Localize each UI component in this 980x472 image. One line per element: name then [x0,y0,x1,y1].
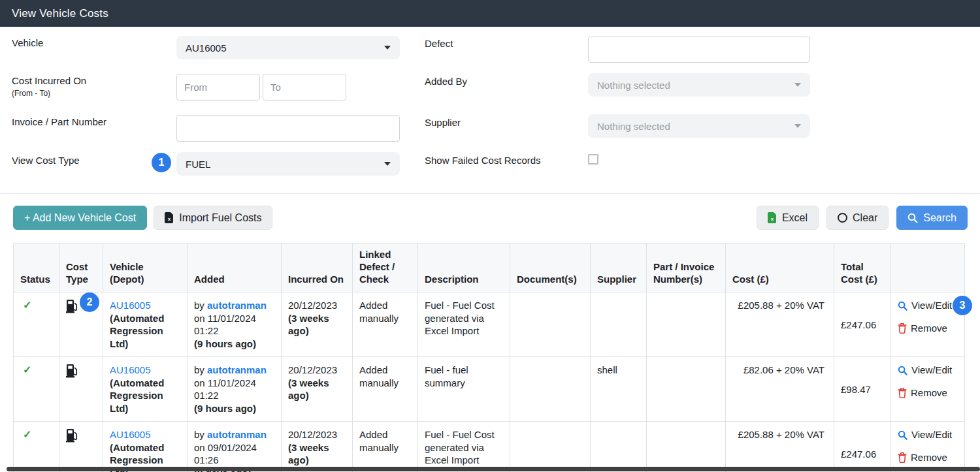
page-title: View Vehicle Costs [12,7,108,20]
view-edit-action[interactable]: View/Edit [898,299,958,312]
added-by-prefix: by [194,300,204,311]
view-edit-action[interactable]: View/Edit [898,428,958,441]
documents-cell [510,292,591,357]
supplier-cell [591,422,647,472]
supplier-select-value: Nothing selected [597,121,670,132]
column-header-vehicle-depot: Vehicle (Depot) [103,244,188,292]
incurred-on-cell: 20/12/2023 (3 weeks ago) [282,357,353,422]
description-cell: Fuel - Fuel Cost generated via Excel Imp… [418,422,510,472]
vehicle-link[interactable]: AU16005 [110,300,151,311]
view-edit-label: View/Edit [911,364,952,377]
remove-trash-icon [898,388,907,398]
cost-incurred-sublabel: (From - To) [12,89,50,98]
table-row: ✓ AU16005 (Automated Regression Ltd) by … [14,422,965,472]
added-by-user-link[interactable]: autotranman [207,429,267,440]
toolbar: + Add New Vehicle Cost x Import Fuel Cos… [13,206,968,230]
clear-button-label: Clear [853,212,877,224]
status-check-icon: ✓ [23,364,31,375]
added-by-prefix: by [194,364,204,375]
remove-action[interactable]: Remove [898,451,958,464]
remove-trash-icon [898,323,907,334]
view-cost-type-select[interactable]: FUEL [176,152,400,176]
remove-label: Remove [911,322,947,335]
excel-export-button[interactable]: x Excel [757,206,819,230]
view-edit-action[interactable]: View/Edit [898,364,958,377]
column-header-total-cost: Total Cost (£) [834,244,891,292]
incurred-on-cell: 20/12/2023 (3 weeks ago) [282,292,353,357]
horizontal-scrollbar[interactable] [7,467,980,471]
status-cell: ✓ [14,357,59,422]
cost-incurred-label: Cost Incurred On [12,75,86,86]
added-by-user-link[interactable]: autotranman [207,364,267,375]
column-header-cost-type: Cost Type [59,244,103,292]
actions-cell: View/Edit Remove [891,357,965,422]
cost-cell: £205.88 + 20% VAT [726,292,834,357]
chevron-down-icon [794,124,801,128]
column-header-documents: Document(s) [510,244,591,292]
search-button[interactable]: Search [896,206,968,230]
linked-defect-check-cell: Added manually [353,422,418,472]
incurred-date: 20/12/2023 [288,428,346,441]
annotation-badge-2: 2 [80,292,99,312]
view-edit-magnifier-icon [898,366,907,375]
incurred-ago: (3 weeks ago) [288,441,346,467]
vehicle-depot-cell: AU16005 (Automated Regression Ltd) [103,357,188,422]
column-header-description: Description [418,244,510,292]
cost-type-cell [59,422,103,472]
remove-action[interactable]: Remove [898,322,958,335]
vehicle-link[interactable]: AU16005 [110,364,151,375]
show-failed-checkbox[interactable] [588,154,598,165]
table-row: ✓ AU16005 (Automated Regression Ltd) by … [14,292,965,357]
added-by-label: Added By [425,76,467,87]
added-cell: by autotranman on 09/01/2024 01:26 (2 da… [188,422,282,472]
view-edit-label: View/Edit [911,299,952,312]
linked-defect-check-cell: Added manually [353,357,418,422]
supplier-select[interactable]: Nothing selected [588,114,810,138]
documents-cell [510,357,591,422]
added-ago: (9 hours ago) [194,402,274,415]
clear-button[interactable]: Clear [826,206,889,230]
invoice-part-number-label: Invoice / Part Number [12,116,106,127]
search-button-label: Search [923,212,956,224]
supplier-cell: shell [591,357,647,422]
vehicle-select[interactable]: AU16005 [176,36,400,59]
view-edit-magnifier-icon [898,301,907,311]
incurred-ago: (3 weeks ago) [288,377,346,402]
added-by-prefix: by [194,429,204,440]
status-check-icon: ✓ [23,300,31,311]
import-fuel-costs-button[interactable]: x Import Fuel Costs [154,206,272,230]
added-by-select[interactable]: Nothing selected [588,73,810,97]
search-icon [907,213,918,223]
defect-input[interactable] [588,37,810,63]
view-cost-type-label: View Cost Type [12,155,80,166]
supplier-cell [591,292,647,357]
view-edit-label: View/Edit [911,428,952,441]
fuel-pump-icon [66,299,78,313]
invoice-part-number-input[interactable] [176,115,400,142]
description-cell: Fuel - Fuel Cost generated via Excel Imp… [418,292,510,357]
incurred-date: 20/12/2023 [288,299,346,312]
table-row: ✓ AU16005 (Automated Regression Ltd) by … [14,357,965,422]
documents-cell [510,422,591,472]
show-failed-label: Show Failed Cost Records [425,155,541,166]
clear-circle-icon [838,213,847,223]
fuel-pump-icon [66,364,78,378]
column-header-linked-defect-check: Linked Defect / Check [353,244,418,292]
column-header-supplier: Supplier [591,244,647,292]
vehicle-depot: (Automated Regression Ltd) [110,312,180,351]
cost-incurred-to-input[interactable] [263,74,346,101]
add-new-vehicle-cost-button[interactable]: + Add New Vehicle Cost [13,206,147,230]
supplier-label: Supplier [425,117,461,128]
table-header-row: Status Cost Type Vehicle (Depot) Added I… [14,244,965,292]
cost-incurred-from-input[interactable] [176,74,260,101]
total-cost-cell: £247.06 [834,422,891,472]
remove-action[interactable]: Remove [898,386,958,400]
added-by-user-link[interactable]: autotranman [207,300,267,311]
cost-type-cell [59,357,103,422]
vehicle-link[interactable]: AU16005 [110,429,151,440]
vehicle-costs-table-container: Status Cost Type Vehicle (Depot) Added I… [13,243,965,472]
added-ago: (9 hours ago) [194,338,274,351]
view-cost-type-value: FUEL [186,159,210,170]
column-header-incurred-on: Incurred On [282,244,353,292]
part-invoice-cell [647,422,726,472]
